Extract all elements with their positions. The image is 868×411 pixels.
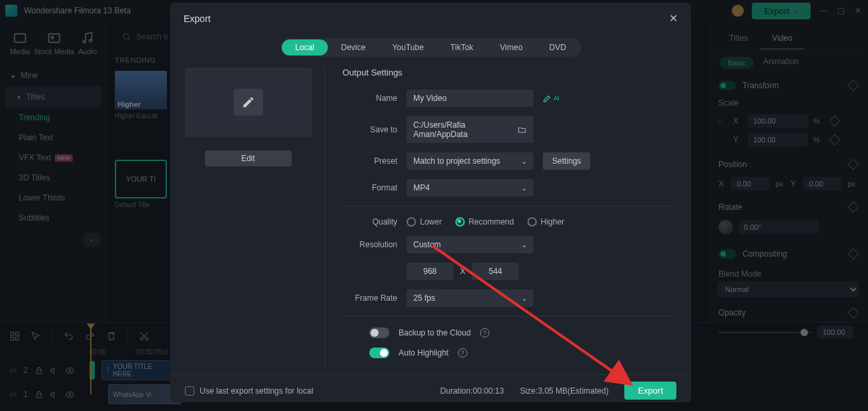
info-icon[interactable]: ?: [458, 348, 467, 358]
backup-label: Backup to the Cloud: [399, 328, 471, 337]
export-tab-device[interactable]: Device: [328, 39, 379, 55]
export-tab-vimeo[interactable]: Vimeo: [487, 39, 536, 55]
quality-higher-radio[interactable]: Higher: [527, 217, 564, 227]
format-select[interactable]: MP4⌄: [407, 179, 533, 196]
auto-highlight-label: Auto Highlight: [399, 348, 449, 358]
modal-title: Export: [184, 13, 210, 24]
preset-select[interactable]: Match to project settings⌄: [407, 152, 533, 170]
size-info: Size:3.05 MB(Estimated): [520, 386, 609, 396]
ai-rename-icon[interactable]: AI: [543, 94, 560, 103]
export-tab-local[interactable]: Local: [282, 39, 328, 55]
info-icon[interactable]: ?: [480, 328, 489, 337]
close-modal-button[interactable]: ✕: [669, 12, 678, 25]
export-button[interactable]: Export: [624, 382, 676, 400]
auto-highlight-toggle[interactable]: [369, 348, 389, 358]
pencil-icon: [234, 89, 263, 116]
export-modal: Export ✕ Local Device YouTube TikTok Vim…: [170, 3, 691, 402]
export-preview: [185, 67, 312, 137]
quality-lower-radio[interactable]: Lower: [407, 217, 442, 227]
name-input[interactable]: [407, 90, 533, 107]
resolution-width-input[interactable]: [407, 263, 453, 280]
edit-button[interactable]: Edit: [205, 150, 292, 166]
resolution-height-input[interactable]: [472, 263, 519, 280]
export-tab-dvd[interactable]: DVD: [536, 39, 580, 55]
export-tab-tiktok[interactable]: TikTok: [437, 39, 487, 55]
folder-icon: [517, 125, 527, 134]
backup-cloud-toggle[interactable]: [369, 327, 389, 338]
export-tab-youtube[interactable]: YouTube: [379, 39, 437, 55]
settings-button[interactable]: Settings: [543, 152, 590, 170]
save-to-input[interactable]: C:/Users/Rafia Aman/AppData: [407, 116, 533, 143]
quality-recommend-radio[interactable]: Recommend: [455, 217, 514, 227]
duration-info: Duration:00:00:13: [440, 386, 503, 396]
use-last-label: Use last export settings for local: [200, 386, 313, 396]
use-last-settings-checkbox[interactable]: [185, 386, 194, 396]
output-settings-label: Output Settings: [343, 67, 676, 78]
resolution-select[interactable]: Custom⌄: [407, 236, 533, 253]
frame-rate-select[interactable]: 25 fps⌄: [407, 289, 533, 307]
